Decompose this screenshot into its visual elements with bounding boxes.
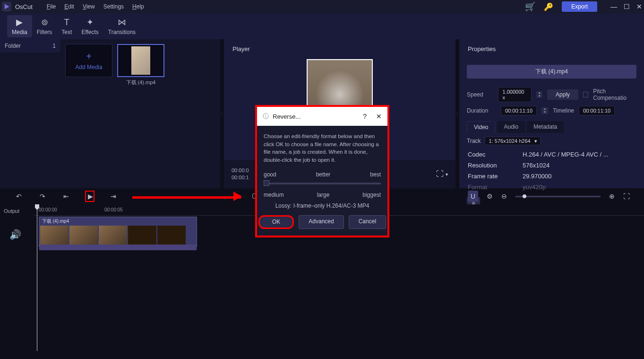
duration-label: Duration (467, 107, 496, 114)
panel-divider[interactable]: ⋮ (455, 39, 459, 188)
resolution-label: Resolution (468, 162, 523, 169)
duration-input[interactable]: 00:00:11:10 (501, 106, 537, 115)
quality-good: good (264, 171, 276, 179)
apply-button[interactable]: Apply (547, 89, 578, 100)
tab-audio[interactable]: Audio (497, 121, 525, 133)
format-label: Lossy: I-frame–only H.264/AC-3 MP4 (264, 202, 381, 210)
resolution-value: 576x1024 (523, 162, 550, 169)
skip-forward-icon[interactable]: ⇥ (109, 193, 118, 200)
tool-tabs: ▶Media ⊚Filters TText ✦Effects ⋈Transiti… (0, 13, 644, 39)
main-menu: File Edit View Settings Help (47, 3, 144, 10)
close-icon[interactable]: ✕ (636, 3, 642, 10)
media-icon: ▶ (16, 17, 23, 27)
help-icon[interactable]: ? (363, 113, 367, 120)
speed-spinner[interactable]: ▲▼ (536, 91, 542, 98)
zoom-fit-icon[interactable]: ⛶ (623, 193, 630, 200)
properties-title: Properties (459, 39, 644, 58)
quality-slider[interactable] (264, 183, 381, 184)
svg-marker-0 (5, 4, 9, 9)
text-icon: T (64, 18, 69, 27)
menu-edit[interactable]: Edit (64, 3, 74, 10)
gear-icon[interactable]: ⚙ (487, 193, 493, 200)
media-item[interactable]: 下载 (4).mp4 (117, 44, 164, 184)
output-label: Output (0, 204, 34, 218)
player-title: Player (224, 39, 455, 58)
undo-button[interactable]: ↶ (14, 193, 24, 200)
framerate-value: 29.970000 (523, 173, 551, 180)
pitch-checkbox[interactable] (583, 92, 588, 97)
zoom-in-icon[interactable]: ⊕ (609, 193, 615, 200)
menu-file[interactable]: File (47, 3, 56, 10)
codec-label: Codec (468, 151, 523, 158)
size-large: large (317, 191, 330, 199)
file-name-badge: 下载 (4).mp4 (467, 65, 636, 79)
media-thumbnail (117, 44, 164, 77)
app-name: OsCut (15, 3, 33, 10)
redo-button[interactable]: ↷ (38, 193, 47, 200)
tab-filters[interactable]: ⊚Filters (32, 15, 57, 37)
pitch-label: Pitch Compensatio (593, 88, 636, 101)
speed-input[interactable]: 1.000000 x (498, 87, 532, 102)
size-medium: medium (264, 191, 284, 199)
track-select[interactable]: 1: 576x1024 h264 (485, 137, 541, 145)
effects-icon: ✦ (86, 17, 94, 27)
dialog-title: Reverse... (273, 113, 301, 120)
timeline-clip[interactable]: 下载 (4).mp4 (39, 217, 197, 247)
player-time-total: 00:00:1 (232, 174, 249, 181)
menu-settings[interactable]: Settings (103, 3, 124, 10)
timeline-label: Timeline (553, 107, 574, 114)
speaker-icon[interactable]: 🔊 (0, 218, 34, 252)
ok-button[interactable]: OK (258, 215, 294, 229)
codec-value: H.264 / AVC / MPEG-4 AVC / ... (523, 151, 609, 158)
media-panel: Folder 1 + Add Media 下载 (4).mp4 (0, 39, 220, 188)
minimize-icon[interactable]: — (610, 3, 617, 10)
skip-back-icon[interactable]: ⇤ (61, 193, 71, 200)
tab-metadata[interactable]: Metadata (527, 121, 564, 133)
tab-media[interactable]: ▶Media (7, 15, 32, 37)
dialog-titlebar[interactable]: ⓘ Reverse... ? ✕ (257, 107, 387, 126)
maximize-icon[interactable]: ☐ (624, 3, 630, 10)
app-logo (2, 2, 11, 11)
dialog-close-icon[interactable]: ✕ (376, 113, 382, 120)
fullscreen-button[interactable]: ⛶ ▾ (436, 170, 448, 178)
key-icon[interactable]: 🔑 (544, 2, 553, 11)
export-button[interactable]: Export (562, 1, 597, 12)
titlebar: OsCut File Edit View Settings Help 🛒 🔑 E… (0, 0, 644, 13)
duration-spinner[interactable]: ▲▼ (541, 107, 548, 114)
reverse-dialog: ⓘ Reverse... ? ✕ Choose an edit-friendly… (255, 105, 389, 237)
tab-effects[interactable]: ✦Effects (77, 15, 103, 37)
zoom-out-icon[interactable]: ⊖ (501, 193, 507, 200)
cancel-button[interactable]: Cancel (349, 215, 386, 229)
properties-panel: Properties 下载 (4).mp4 Speed 1.000000 x ▲… (459, 39, 644, 188)
tab-video[interactable]: Video (467, 121, 495, 133)
tab-text[interactable]: TText (57, 16, 77, 37)
zoom-slider[interactable] (515, 196, 601, 197)
add-media-button[interactable]: + Add Media (65, 44, 112, 77)
folder-item[interactable]: Folder 1 (0, 39, 60, 53)
playhead[interactable] (37, 204, 37, 351)
menu-view[interactable]: View (83, 3, 95, 10)
timeline-value: 00:00:11:10 (579, 106, 615, 115)
quality-best: best (370, 171, 381, 179)
transitions-icon: ⋈ (118, 17, 126, 27)
framerate-label: Frame rate (468, 173, 523, 180)
tab-transitions[interactable]: ⋈Transitions (103, 15, 140, 37)
track-label: Track (467, 138, 481, 144)
plus-icon: + (86, 51, 92, 62)
info-icon: ⓘ (263, 112, 269, 121)
speed-label: Speed (467, 91, 493, 98)
size-biggest: biggest (362, 191, 381, 199)
reverse-button[interactable]: ▶ (85, 191, 94, 202)
dialog-description: Choose an edit-friendly format below and… (264, 132, 381, 164)
cart-icon[interactable]: 🛒 (525, 1, 535, 12)
filters-icon: ⊚ (41, 17, 48, 27)
panel-divider[interactable]: ⋮ (220, 39, 224, 188)
player-time-current: 00:00:0 (232, 167, 249, 174)
quality-better: better (316, 171, 331, 179)
menu-help[interactable]: Help (132, 3, 144, 10)
advanced-button[interactable]: Advanced (299, 215, 343, 229)
